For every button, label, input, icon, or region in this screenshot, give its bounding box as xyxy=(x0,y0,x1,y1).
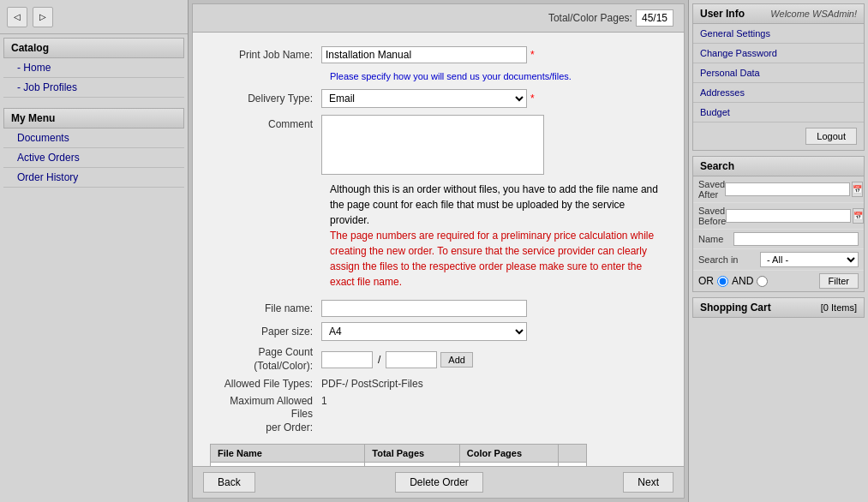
saved-before-input[interactable] xyxy=(726,209,851,223)
sidebar-item-documents[interactable]: Documents xyxy=(3,128,184,148)
menu-addresses[interactable]: Addresses xyxy=(693,83,864,103)
saved-after-input[interactable] xyxy=(725,182,850,196)
left-sidebar: ◁ ▷ Catalog - Home - Job Profiles My Men… xyxy=(0,0,189,502)
or-radio[interactable] xyxy=(717,276,728,287)
allowed-types-row: Allowed File Types: PDF-/ PostScript-Fil… xyxy=(210,378,667,391)
delivery-type-select[interactable]: Email FTP Upload xyxy=(321,89,527,108)
filter-button[interactable]: Filter xyxy=(819,273,859,289)
allowed-types-label: Allowed File Types: xyxy=(210,378,321,391)
col-total-pages: Total Pages xyxy=(365,444,460,462)
menu-budget[interactable]: Budget xyxy=(693,103,864,123)
max-files-row: Maximum Allowed Filesper Order: 1 xyxy=(210,395,667,435)
main-header: Total/Color Pages: 45/15 xyxy=(193,4,684,33)
back-button[interactable]: Back xyxy=(203,472,255,493)
menu-general-settings[interactable]: General Settings xyxy=(693,24,864,44)
and-radio[interactable] xyxy=(757,276,768,287)
paper-size-row: Paper size: A4 A3 Letter Legal xyxy=(210,322,667,341)
my-menu-section: My Menu Documents Active Orders Order Hi… xyxy=(3,108,184,188)
welcome-text: Welcome WSAdmin! xyxy=(770,9,857,19)
print-job-name-input[interactable] xyxy=(321,46,527,63)
max-files-value: 1 xyxy=(321,395,327,435)
search-section: Search Saved After 📅 Saved Before 📅 Name… xyxy=(692,156,865,292)
delivery-type-label: Delivery Type: xyxy=(210,93,321,105)
page-count-total-input[interactable] xyxy=(321,351,373,368)
delivery-required-mark: * xyxy=(530,93,535,105)
right-sidebar: User Info Welcome WSAdmin! General Setti… xyxy=(688,0,868,502)
user-info-title: User Info xyxy=(700,8,745,20)
slash-separator: / xyxy=(378,354,380,366)
comment-row: Comment xyxy=(210,115,667,175)
catalog-title: Catalog xyxy=(3,38,184,58)
or-label: OR xyxy=(698,275,714,287)
user-info-header: User Info Welcome WSAdmin! xyxy=(693,4,864,24)
comment-label: Comment xyxy=(210,115,321,130)
menu-personal-data[interactable]: Personal Data xyxy=(693,63,864,83)
comment-textarea[interactable] xyxy=(321,115,544,175)
toolbar-back-button[interactable]: ◁ xyxy=(7,7,27,27)
allowed-types-value: PDF-/ PostScript-Files xyxy=(321,378,423,391)
col-actions xyxy=(559,444,587,462)
cart-count: [0 Items] xyxy=(821,302,857,313)
or-and-row: OR AND Filter xyxy=(693,271,864,291)
saved-before-calendar-icon[interactable]: 📅 xyxy=(853,208,864,224)
logout-row: Logout xyxy=(693,123,864,150)
total-pages-value: 45/15 xyxy=(636,9,673,27)
main-content: Total/Color Pages: 45/15 Print Job Name:… xyxy=(192,3,685,499)
search-title: Search xyxy=(693,157,864,176)
logout-button[interactable]: Logout xyxy=(805,128,857,145)
search-in-row: Search in - All - Catalog Orders xyxy=(693,249,864,271)
saved-before-row: Saved Before 📅 xyxy=(693,203,864,230)
saved-after-label: Saved After xyxy=(698,179,725,200)
shopping-cart-header: Shopping Cart [0 Items] xyxy=(693,298,864,317)
sidebar-item-home[interactable]: - Home xyxy=(3,58,184,78)
my-menu-title: My Menu xyxy=(3,108,184,128)
sidebar-item-active-orders[interactable]: Active Orders xyxy=(3,148,184,168)
main-footer: Back Delete Order Next xyxy=(193,466,684,498)
page-count-row: Page Count(Total/Color): / Add xyxy=(210,346,667,373)
warning-text: Although this is an order without files,… xyxy=(330,184,658,287)
print-job-name-label: Print Job Name: xyxy=(210,49,321,61)
page-count-color-input[interactable] xyxy=(386,351,437,368)
and-label: AND xyxy=(732,275,753,287)
col-file-name: File Name xyxy=(211,444,365,462)
saved-before-label: Saved Before xyxy=(698,206,726,226)
shopping-cart-title: Shopping Cart xyxy=(700,302,771,314)
next-button[interactable]: Next xyxy=(623,472,673,493)
sidebar-item-order-history[interactable]: Order History xyxy=(3,168,184,188)
warning-red: The page numbers are required for a prel… xyxy=(330,230,654,288)
file-name-label: File name: xyxy=(210,302,321,314)
file-name-input[interactable] xyxy=(321,300,527,317)
warning-black: Although this is an order without files,… xyxy=(330,183,658,226)
file-name-row: File name: xyxy=(210,300,667,317)
paper-size-select[interactable]: A4 A3 Letter Legal xyxy=(321,322,527,341)
file-table: File Name Total Pages Color Pages Instal… xyxy=(210,444,587,466)
search-in-select[interactable]: - All - Catalog Orders xyxy=(760,252,859,267)
print-job-name-row: Print Job Name: * xyxy=(210,46,667,63)
delivery-type-row: Delivery Type: Email FTP Upload * xyxy=(210,89,667,108)
delivery-info-text: Please specify how you will send us your… xyxy=(330,71,572,81)
required-mark: * xyxy=(530,49,535,61)
sidebar-item-job-profiles[interactable]: - Job Profiles xyxy=(3,78,184,98)
catalog-section: Catalog - Home - Job Profiles xyxy=(3,38,184,98)
user-info-section: User Info Welcome WSAdmin! General Setti… xyxy=(692,3,865,151)
page-count-label: Page Count(Total/Color): xyxy=(210,346,321,373)
page-count-inputs: / Add xyxy=(321,351,473,368)
max-files-label: Maximum Allowed Filesper Order: xyxy=(210,395,321,435)
sidebar-toolbar: ◁ ▷ xyxy=(0,0,188,34)
shopping-cart-section: Shopping Cart [0 Items] xyxy=(692,297,865,318)
col-color-pages: Color Pages xyxy=(459,444,558,462)
add-file-button[interactable]: Add xyxy=(440,352,473,368)
toolbar-forward-button[interactable]: ▷ xyxy=(33,7,53,27)
saved-after-calendar-icon[interactable]: 📅 xyxy=(852,182,863,197)
name-row: Name xyxy=(693,230,864,249)
menu-change-password[interactable]: Change Password xyxy=(693,44,864,63)
delete-order-button[interactable]: Delete Order xyxy=(395,472,483,493)
main-body: Print Job Name: * Please specify how you… xyxy=(193,33,684,466)
warning-container: Although this is an order without files,… xyxy=(330,182,667,290)
name-input[interactable] xyxy=(733,232,859,246)
paper-size-label: Paper size: xyxy=(210,326,321,338)
radio-group: OR AND xyxy=(698,275,768,287)
saved-after-row: Saved After 📅 xyxy=(693,176,864,203)
search-in-label: Search in xyxy=(698,254,760,265)
total-pages-label: Total/Color Pages: xyxy=(548,12,632,24)
